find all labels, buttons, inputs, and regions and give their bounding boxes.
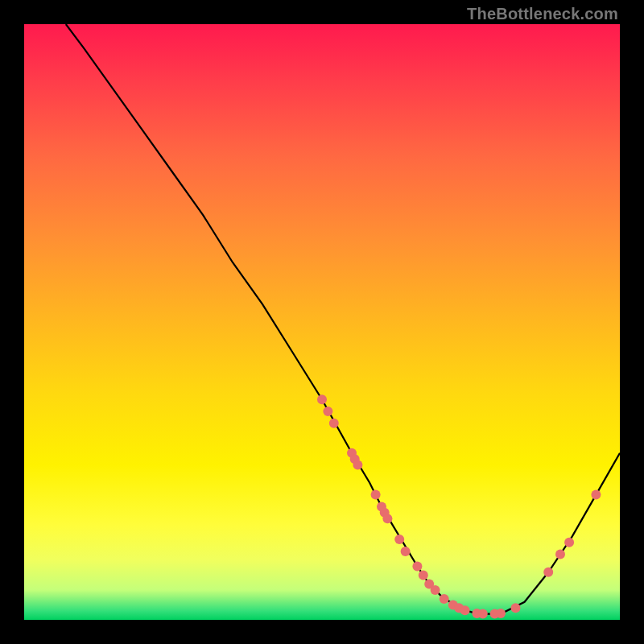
marker-group [317, 394, 601, 618]
marker-point [323, 407, 332, 416]
marker-point [371, 490, 381, 500]
marker-point [353, 460, 362, 470]
curve-line [66, 24, 620, 614]
marker-point [478, 609, 488, 619]
chart-frame: TheBottleneck.com [0, 0, 644, 644]
marker-point [382, 514, 392, 523]
marker-point [419, 571, 428, 580]
marker-point [329, 419, 339, 428]
marker-point [511, 603, 521, 613]
watermark-label: TheBottleneck.com [467, 5, 618, 23]
chart-svg [24, 24, 620, 620]
marker-point [412, 561, 422, 571]
marker-point [431, 585, 440, 595]
marker-point [555, 550, 565, 559]
marker-point [591, 490, 601, 500]
marker-point [460, 605, 470, 615]
marker-point [564, 538, 574, 547]
marker-point [401, 547, 411, 556]
plot-area [24, 24, 620, 620]
marker-point [496, 609, 506, 618]
marker-point [543, 568, 553, 577]
marker-point [317, 394, 327, 404]
marker-point [394, 535, 404, 544]
marker-point [440, 594, 449, 604]
